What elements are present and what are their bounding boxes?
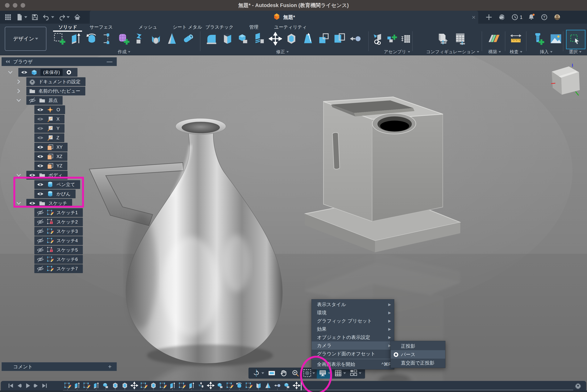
ribbon-tab-5[interactable]: プラスチック	[205, 24, 234, 30]
timeline-feature-offset-icon[interactable]	[274, 382, 281, 389]
camera-submenu-item[interactable]: 直交面で正投影	[391, 358, 445, 367]
new-component-icon[interactable]	[386, 33, 398, 45]
maximize-window-button[interactable]	[20, 3, 25, 8]
visibility-eye-icon[interactable]	[37, 228, 44, 235]
tree-item-label[interactable]: スケッチ7	[56, 266, 78, 272]
context-menu-item[interactable]: 環境▶	[312, 308, 394, 317]
insert-icon[interactable]	[372, 33, 384, 45]
tree-item-label[interactable]: スケッチ1	[56, 210, 78, 216]
insert-fastener-icon[interactable]	[532, 32, 545, 46]
construction-plane-icon[interactable]	[488, 32, 501, 46]
ribbon-tab-3[interactable]: メッシュ	[138, 24, 157, 30]
config-table-icon[interactable]	[454, 32, 467, 46]
tree-row[interactable]: (未保存)	[18, 68, 78, 77]
ribbon-group-label[interactable]: コンフィギュレーション	[426, 49, 479, 55]
chamfer-icon[interactable]	[285, 32, 298, 46]
tree-item-label[interactable]: スケッチ4	[56, 238, 78, 244]
timeline-feature-sketch-icon[interactable]	[140, 382, 148, 389]
visibility-eye-icon[interactable]	[37, 256, 44, 263]
ribbon-tab-6[interactable]: 管理	[249, 24, 258, 30]
rail-icon[interactable]	[101, 32, 114, 46]
tree-row[interactable]: スケッチ1	[34, 208, 83, 217]
measure-icon[interactable]	[509, 32, 522, 46]
offset-face-icon[interactable]	[253, 32, 266, 46]
ribbon-group-label[interactable]: 構築	[488, 49, 501, 55]
combine-icon[interactable]	[237, 32, 250, 46]
zoom-button[interactable]	[290, 368, 301, 379]
tree-item-label[interactable]: スケッチ6	[56, 256, 78, 262]
timeline-feature-sketch-icon[interactable]	[159, 382, 167, 389]
timeline-feature-extrude-icon[interactable]	[73, 382, 81, 389]
visibility-eye-icon[interactable]	[20, 69, 28, 76]
timeline-feature-shell-icon[interactable]	[254, 382, 262, 389]
tree-item-label[interactable]: スケッチ5	[56, 247, 78, 253]
ribbon-group-label[interactable]: 作成	[118, 49, 130, 55]
timeline-feature-combine-icon[interactable]	[102, 382, 110, 389]
tree-item-label[interactable]: (未保存)	[40, 69, 62, 76]
ribbon-group-label[interactable]: 修正	[276, 49, 289, 55]
add-tab-icon[interactable]	[485, 13, 493, 21]
revolve-icon[interactable]	[85, 32, 98, 46]
extrude-icon[interactable]	[69, 32, 82, 46]
tree-chevron-right-icon[interactable]	[15, 87, 22, 95]
tree-item-label[interactable]: XZ	[56, 154, 62, 159]
visibility-eye-icon[interactable]	[37, 153, 44, 160]
timeline-skip-start-button[interactable]	[7, 382, 14, 389]
tree-chevron-right-icon[interactable]	[15, 78, 22, 86]
timeline-feature-cylinder-icon[interactable]	[197, 382, 205, 389]
tree-row[interactable]: 原点	[26, 96, 62, 105]
draft-icon[interactable]	[301, 32, 314, 46]
avatar-icon[interactable]	[553, 13, 562, 21]
timeline-play-button[interactable]	[24, 382, 31, 389]
cone-icon[interactable]	[165, 32, 178, 46]
timeline-track[interactable]	[302, 390, 573, 390]
visibility-eye-icon[interactable]	[37, 218, 44, 226]
close-window-button[interactable]	[5, 3, 10, 8]
tree-row[interactable]: Z	[34, 134, 64, 142]
timeline-feature-combine-icon[interactable]	[283, 382, 291, 389]
camera-submenu-item[interactable]: 正投影	[391, 342, 445, 350]
ribbon-group-label[interactable]: アセンブリ	[384, 49, 410, 55]
timeline-feature-extrude-icon[interactable]	[188, 382, 196, 389]
model-canvas[interactable]	[0, 55, 587, 392]
joint-icon[interactable]	[400, 33, 412, 45]
tree-row[interactable]: スケッチ5	[34, 246, 83, 254]
visibility-eye-icon[interactable]	[37, 106, 44, 113]
sweep-icon[interactable]	[149, 32, 162, 46]
tree-row[interactable]: Y	[34, 124, 64, 133]
undo-button[interactable]	[42, 12, 55, 22]
timeline-feature-move-icon[interactable]	[293, 382, 300, 389]
tree-row[interactable]: スケッチ3	[34, 227, 83, 236]
window-controls[interactable]	[5, 3, 25, 8]
ribbon-group-label[interactable]: 検査	[510, 49, 522, 55]
look-at-button[interactable]	[266, 368, 278, 379]
tree-item-label[interactable]: スケッチ3	[56, 228, 78, 234]
timeline-feature-extrude-icon[interactable]	[92, 382, 100, 389]
shell-icon[interactable]	[220, 32, 234, 46]
fillet-icon[interactable]	[204, 32, 218, 46]
split-icon[interactable]	[317, 32, 330, 46]
timeline-feature-extrude-icon[interactable]	[169, 382, 176, 389]
close-tab-button[interactable]: ×	[470, 13, 478, 21]
tree-chevron-down-icon[interactable]	[15, 96, 22, 104]
file-new-button[interactable]	[14, 12, 28, 22]
tree-row[interactable]: XZ	[34, 152, 67, 161]
camera-submenu-item[interactable]: パース	[391, 350, 445, 358]
visibility-eye-icon[interactable]	[28, 97, 36, 104]
comments-bar[interactable]: コメント +	[2, 362, 117, 371]
tree-row[interactable]: O	[34, 105, 65, 114]
visibility-eye-icon[interactable]	[37, 237, 44, 244]
visibility-eye-icon[interactable]	[37, 246, 44, 254]
context-menu-item[interactable]: 表示スタイル▶	[312, 300, 394, 308]
visibility-eye-icon[interactable]	[37, 116, 44, 123]
pen-holder-body[interactable]	[305, 97, 460, 252]
add-comment-button[interactable]: +	[108, 363, 112, 370]
timeline-feature-revolve-icon[interactable]	[236, 382, 243, 389]
activate-component-radio[interactable]	[65, 69, 72, 76]
timeline-settings-gear-icon[interactable]	[574, 382, 582, 389]
tree-row[interactable]: YZ	[34, 162, 67, 170]
configuration-icon[interactable]	[436, 32, 449, 46]
timeline-skip-end-button[interactable]	[41, 382, 48, 389]
timeline-feature-sketch-icon[interactable]	[245, 382, 253, 389]
timeline-feature-sketch-icon[interactable]	[226, 382, 234, 389]
